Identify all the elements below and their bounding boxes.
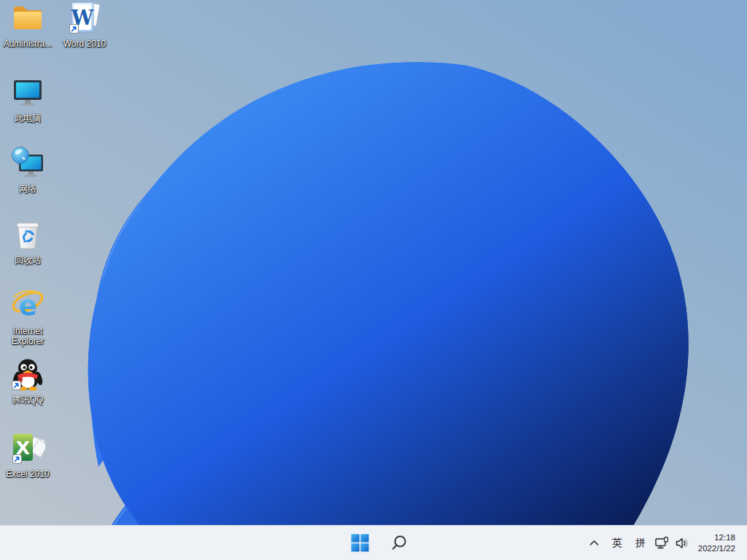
desktop-icon-label: Administra... [4, 39, 53, 49]
desktop-icon-internet-explorer[interactable]: e Internet Explorer [0, 287, 55, 346]
svg-text:e: e [18, 290, 36, 322]
ie-logo-icon: e [10, 287, 45, 322]
monitor-icon [10, 74, 45, 109]
search-icon [390, 534, 408, 552]
desktop-icon-label: 网络 [19, 184, 36, 194]
qq-penguin-icon [10, 356, 45, 391]
taskbar: 英 拼 12:18 2022/1/22 [0, 525, 747, 560]
clock-date: 2022/1/22 [698, 543, 735, 554]
recycle-bin-icon [10, 217, 45, 252]
desktop-icon-this-pc[interactable]: 此电脑 [0, 74, 55, 123]
desktop-icon-label: 腾讯QQ [12, 394, 44, 405]
desktop-icon-recycle-bin[interactable]: 回收站 [0, 217, 55, 265]
network-globe-monitor-icon [10, 145, 45, 180]
windows-logo-icon [351, 534, 369, 552]
start-button[interactable] [346, 529, 374, 557]
speaker-icon [676, 537, 689, 549]
network-tray-button[interactable] [653, 530, 672, 556]
desktop-icon-label: Excel 2010 [6, 469, 49, 479]
volume-tray-button[interactable] [673, 530, 692, 556]
desktop: Administra... W Word 2010 此电脑 [0, 0, 747, 560]
desktop-icon-label: 此电脑 [15, 113, 41, 123]
desktop-icon-network[interactable]: 网络 [0, 145, 55, 194]
ethernet-monitor-icon [655, 537, 670, 549]
clock-time: 12:18 [714, 532, 735, 543]
desktop-icon-label: 回收站 [15, 255, 41, 265]
tray-overflow-button[interactable] [584, 530, 605, 556]
desktop-icon-administrator[interactable]: Administra... [0, 0, 55, 49]
chevron-up-icon [589, 540, 599, 546]
wallpaper-bloom [0, 0, 747, 560]
desktop-icon-label: Internet Explorer [0, 326, 55, 346]
folder-icon [10, 0, 45, 35]
taskbar-center-group [346, 526, 413, 560]
excel-workbook-icon: X [10, 430, 45, 465]
word-document-icon: W [67, 0, 102, 35]
search-button[interactable] [385, 529, 413, 557]
desktop-icon-excel-2010[interactable]: X Excel 2010 [0, 430, 55, 479]
tray-clock[interactable]: 12:18 2022/1/22 [694, 532, 740, 553]
ime-mode-indicator[interactable]: 拼 [630, 530, 651, 556]
desktop-icon-tencent-qq[interactable]: 腾讯QQ [0, 356, 55, 405]
system-tray: 英 拼 12:18 2022/1/22 [584, 526, 747, 560]
desktop-icon-label: Word 2010 [63, 39, 106, 49]
desktop-icon-word-2010[interactable]: W Word 2010 [57, 0, 112, 49]
language-indicator[interactable]: 英 [606, 530, 628, 556]
